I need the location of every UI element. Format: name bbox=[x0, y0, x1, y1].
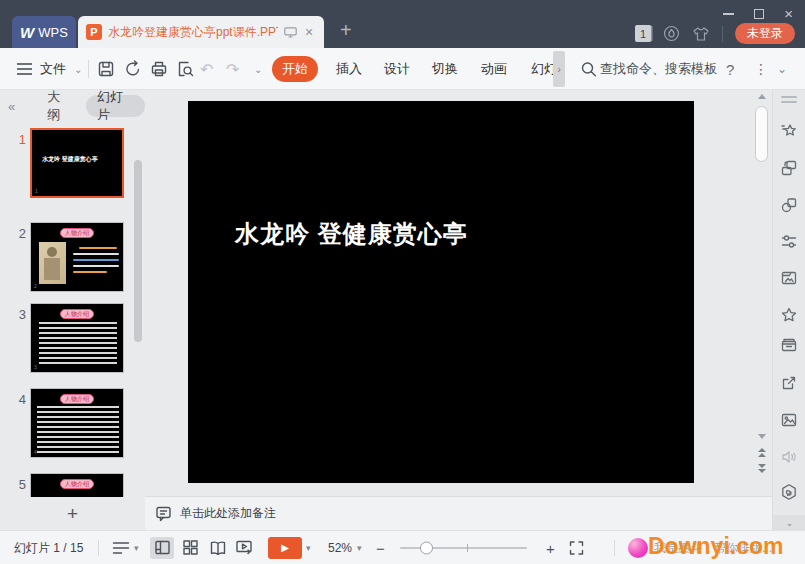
share-icon[interactable] bbox=[780, 374, 798, 392]
book-view-icon bbox=[209, 540, 227, 556]
slide-thumbnail-3[interactable]: 人物介绍 3 bbox=[30, 303, 124, 373]
file-menu-caret-icon[interactable]: ⌄ bbox=[74, 63, 82, 74]
picture-icon[interactable] bbox=[780, 411, 798, 429]
scrollbar-thumb[interactable] bbox=[755, 106, 768, 162]
help-icon[interactable]: ? bbox=[726, 60, 734, 77]
outline-tab[interactable]: 大纲 bbox=[47, 88, 72, 124]
assistant-avatar[interactable] bbox=[628, 538, 648, 558]
eco-badge-icon[interactable] bbox=[780, 483, 798, 501]
search-commands[interactable]: 查找命令、搜索模板 bbox=[600, 60, 717, 78]
menu-hamburger-icon[interactable] bbox=[16, 62, 33, 76]
collapse-ribbon-icon[interactable]: ⌄ bbox=[777, 62, 787, 76]
normal-view-icon bbox=[154, 539, 171, 556]
ribbon-separator bbox=[88, 60, 89, 78]
print-icon[interactable] bbox=[150, 60, 168, 78]
editing-canvas: 水龙吟 登健康赏心亭 bbox=[145, 90, 752, 496]
zoom-level[interactable]: 52% bbox=[328, 541, 352, 555]
design-library-icon[interactable] bbox=[780, 269, 798, 287]
zoom-slider-center-tick bbox=[467, 544, 468, 552]
zoom-in-button[interactable]: + bbox=[546, 539, 555, 556]
current-slide[interactable]: 水龙吟 登健康赏心亭 bbox=[188, 101, 694, 483]
notes-toggle-caret-icon[interactable]: ▾ bbox=[134, 543, 139, 553]
new-tab-button[interactable]: + bbox=[340, 20, 352, 40]
tab-design[interactable]: 设计 bbox=[384, 60, 410, 78]
play-options-caret-icon[interactable]: ▾ bbox=[306, 543, 311, 553]
thumb-number: 1 bbox=[8, 132, 26, 147]
tab-close-icon[interactable]: × bbox=[305, 24, 313, 40]
print-preview-icon[interactable] bbox=[176, 60, 194, 78]
slide-title-text[interactable]: 水龙吟 登健康赏心亭 bbox=[235, 218, 468, 250]
audio-icon[interactable] bbox=[780, 448, 798, 466]
quick-access-caret-icon[interactable]: ⌄ bbox=[254, 63, 262, 74]
slide-thumbnail-2[interactable]: 人物介绍 2 bbox=[30, 222, 124, 292]
slide-sorter-view-button[interactable] bbox=[178, 537, 202, 559]
document-count-badge[interactable]: 1 bbox=[635, 25, 651, 42]
ppt-file-icon: P bbox=[86, 24, 102, 40]
wps-logo-icon: W bbox=[20, 24, 33, 41]
notes-bar[interactable]: 单击此处添加备注 bbox=[145, 496, 772, 530]
scroll-up-icon[interactable] bbox=[758, 94, 766, 99]
notes-placeholder[interactable]: 单击此处添加备注 bbox=[180, 505, 276, 522]
next-slide-button[interactable] bbox=[757, 464, 767, 473]
smart-beautify-icon[interactable] bbox=[780, 122, 798, 140]
tab-animation[interactable]: 动画 bbox=[481, 60, 507, 78]
slide-thumbnail-5[interactable]: 人物介绍 bbox=[30, 473, 124, 497]
slides-tab[interactable]: 幻灯片 bbox=[86, 95, 145, 117]
more-options-icon[interactable]: ⋮ bbox=[754, 61, 768, 77]
skin-tshirt-icon[interactable] bbox=[692, 26, 710, 42]
maximize-button[interactable] bbox=[754, 9, 764, 19]
more-tabs-button[interactable]: › bbox=[553, 51, 565, 87]
reading-view-button[interactable] bbox=[206, 537, 230, 559]
tab-transition[interactable]: 切换 bbox=[432, 60, 458, 78]
notes-toggle-icon[interactable] bbox=[112, 541, 130, 555]
login-button[interactable]: 未登录 bbox=[735, 23, 795, 44]
activity-flame-icon[interactable] bbox=[663, 25, 680, 42]
redo-icon[interactable]: ↷ bbox=[226, 59, 239, 78]
assistant-message[interactable]: 我是墨斗，帮你排版... bbox=[654, 539, 772, 556]
portrait-image bbox=[39, 242, 66, 284]
zoom-slider-handle[interactable] bbox=[420, 541, 433, 554]
zoom-caret-icon[interactable]: ▾ bbox=[357, 543, 362, 553]
fit-to-window-icon[interactable] bbox=[568, 539, 585, 556]
collapse-panel-icon[interactable]: « bbox=[8, 99, 15, 114]
shapes-icon[interactable] bbox=[780, 196, 798, 214]
slide-switch-icon[interactable] bbox=[780, 159, 798, 177]
scroll-down-icon[interactable] bbox=[758, 434, 766, 439]
slideshow-setup-button[interactable] bbox=[232, 537, 256, 559]
thumb-text-line bbox=[73, 271, 107, 273]
normal-view-button[interactable] bbox=[150, 537, 174, 559]
previous-slide-button[interactable] bbox=[757, 448, 767, 457]
sidebar-drag-handle-icon[interactable] bbox=[781, 96, 797, 106]
close-window-button[interactable]: × bbox=[784, 7, 793, 21]
thumb-pagenum: 3 bbox=[34, 364, 37, 370]
thumb-pagenum: 4 bbox=[34, 449, 37, 455]
play-slideshow-button[interactable]: ▶ bbox=[268, 537, 302, 559]
minimize-button[interactable] bbox=[723, 13, 734, 15]
tab-insert[interactable]: 插入 bbox=[336, 60, 362, 78]
file-menu[interactable]: 文件 bbox=[40, 60, 66, 78]
wps-home-tab[interactable]: W WPS bbox=[12, 16, 76, 48]
thumbnail-scrollbar[interactable] bbox=[134, 160, 142, 342]
thumb-text-line bbox=[73, 253, 119, 255]
present-monitor-icon[interactable] bbox=[284, 27, 297, 38]
output-icon[interactable] bbox=[124, 60, 142, 78]
zoom-out-button[interactable]: − bbox=[376, 539, 385, 556]
search-icon[interactable] bbox=[580, 60, 597, 77]
undo-icon[interactable]: ↶ bbox=[200, 59, 213, 78]
status-bar: 幻灯片 1 / 15 ▾ ▶ ▾ 52% ▾ − + 我是墨斗，帮你排版... bbox=[0, 530, 805, 564]
object-properties-icon[interactable] bbox=[780, 233, 798, 251]
add-slide-button[interactable]: + bbox=[67, 503, 78, 525]
thumb-number: 5 bbox=[8, 477, 26, 492]
thumb-pagenum: 2 bbox=[34, 283, 37, 289]
thumbnail-list: 1 水龙吟 登建康赏心亭 1 2 人物介绍 2 3 人物介绍 3 4 人物介绍 bbox=[0, 122, 145, 497]
save-icon[interactable] bbox=[97, 60, 115, 78]
slide-thumbnail-4[interactable]: 人物介绍 4 bbox=[30, 388, 124, 458]
slide-thumbnail-1[interactable]: 水龙吟 登建康赏心亭 1 bbox=[30, 128, 124, 198]
resource-box-icon[interactable] bbox=[780, 336, 798, 354]
tab-home[interactable]: 开始 bbox=[272, 56, 318, 82]
favorites-star-icon[interactable] bbox=[780, 306, 798, 324]
thumb-number: 4 bbox=[8, 392, 26, 407]
document-tab[interactable]: P 水龙吟登建康赏心亭ppt课件.PPT × bbox=[78, 16, 324, 48]
play-icon: ▶ bbox=[281, 542, 289, 553]
sidebar-collapse-strip[interactable]: ⌄ bbox=[773, 515, 805, 530]
